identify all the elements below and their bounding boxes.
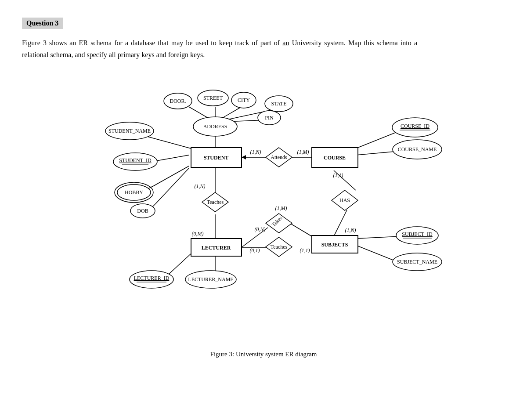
svg-line-6 xyxy=(143,135,191,148)
svg-text:SUBJECTS: SUBJECTS xyxy=(321,242,348,248)
svg-text:HOBBY: HOBBY xyxy=(125,189,143,196)
svg-text:Attends: Attends xyxy=(271,154,287,160)
svg-text:SUBJECT_NAME: SUBJECT_NAME xyxy=(397,259,437,265)
svg-text:PIN: PIN xyxy=(265,115,274,121)
svg-line-22 xyxy=(290,223,312,236)
svg-line-15 xyxy=(356,131,400,148)
svg-text:(0,N): (0,N) xyxy=(255,226,266,232)
svg-text:(1,M): (1,M) xyxy=(275,205,287,211)
svg-text:ADDRESS: ADDRESS xyxy=(203,123,227,130)
svg-text:CITY: CITY xyxy=(238,97,250,103)
svg-text:(0,M): (0,M) xyxy=(192,231,204,237)
svg-text:STUDENT_NAME: STUDENT_NAME xyxy=(108,128,151,134)
svg-text:HAS: HAS xyxy=(339,197,350,203)
svg-text:STREET: STREET xyxy=(203,95,223,101)
svg-text:COURSE_ID: COURSE_ID xyxy=(401,123,430,129)
question-text: Figure 3 shows an ER schema for a databa… xyxy=(22,37,417,61)
svg-text:SUBJECT_ID: SUBJECT_ID xyxy=(402,231,433,237)
svg-text:(1,M): (1,M) xyxy=(297,149,309,155)
svg-text:LECTURER: LECTURER xyxy=(202,245,231,251)
svg-text:STUDENT: STUDENT xyxy=(204,155,229,161)
svg-text:Teaches: Teaches xyxy=(271,244,288,250)
svg-text:LECTURER_ID: LECTURER_ID xyxy=(134,275,170,281)
svg-text:(1,1): (1,1) xyxy=(300,247,310,253)
svg-text:DOOR.: DOOR. xyxy=(170,98,186,104)
svg-text:(0,1): (0,1) xyxy=(250,247,260,253)
svg-text:STUDENT_ID: STUDENT_ID xyxy=(119,157,152,163)
question-text-part1: Figure 3 shows an ER schema for a databa… xyxy=(22,39,282,47)
svg-line-8 xyxy=(154,166,189,186)
svg-line-10 xyxy=(156,168,189,203)
svg-text:COURSE_NAME: COURSE_NAME xyxy=(398,146,437,152)
svg-text:(1,N): (1,N) xyxy=(250,149,261,155)
svg-text:(1,1): (1,1) xyxy=(333,172,343,178)
svg-text:(1,N): (1,N) xyxy=(345,227,356,233)
svg-text:COURSE: COURSE xyxy=(324,155,346,161)
diagram-container: text { font-family: 'Times New Roman', T… xyxy=(66,74,461,346)
svg-text:STATE: STATE xyxy=(271,101,286,107)
svg-text:DOB: DOB xyxy=(137,208,148,214)
svg-text:Teaches: Teaches xyxy=(207,199,224,205)
svg-line-27 xyxy=(356,236,400,239)
question-underline: an xyxy=(282,39,289,47)
figure-caption: Figure 3: University system ER diagram xyxy=(22,351,505,358)
svg-marker-14 xyxy=(242,155,246,159)
svg-text:LECTURER_NAME: LECTURER_NAME xyxy=(188,276,233,282)
er-diagram: text { font-family: 'Times New Roman', T… xyxy=(66,74,461,346)
question-header: Question 3 xyxy=(22,18,63,29)
svg-text:(1,N): (1,N) xyxy=(195,183,206,189)
